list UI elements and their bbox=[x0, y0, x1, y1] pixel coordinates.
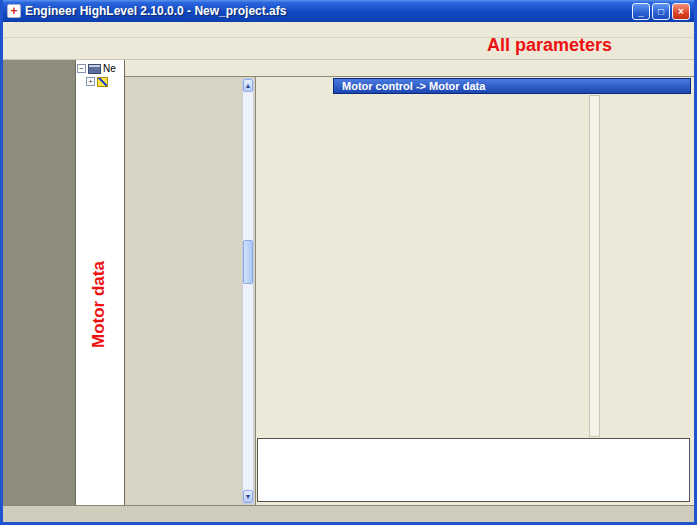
table-scrollbar[interactable] bbox=[589, 95, 600, 437]
right-pane: ▲ ▼ Motor control -> Motor data bbox=[125, 60, 694, 505]
scroll-down-icon[interactable]: ▼ bbox=[243, 490, 253, 503]
collapse-icon[interactable]: − bbox=[77, 64, 86, 73]
tree-root-row[interactable]: − Ne bbox=[77, 62, 123, 75]
scroll-up-icon[interactable]: ▲ bbox=[243, 79, 253, 92]
nav-scrollbar[interactable]: ▲ ▼ bbox=[242, 78, 254, 504]
annotation-all-parameters: All parameters bbox=[487, 35, 612, 56]
app-icon: + bbox=[7, 4, 21, 18]
annotation-motor-data: Motor data bbox=[89, 228, 111, 348]
maximize-button[interactable]: □ bbox=[652, 3, 670, 20]
parameter-area: Motor control -> Motor data bbox=[255, 77, 694, 505]
project-node-icon bbox=[88, 64, 101, 74]
window-title: Engineer HighLevel 2.10.0.0 - New_projec… bbox=[25, 4, 630, 18]
tree-child-row[interactable]: + bbox=[77, 75, 123, 88]
minimize-button[interactable]: _ bbox=[632, 3, 650, 20]
expand-icon[interactable]: + bbox=[86, 77, 95, 86]
parameter-table-wrap bbox=[256, 94, 694, 436]
title-bar[interactable]: + Engineer HighLevel 2.10.0.0 - New_proj… bbox=[3, 0, 694, 22]
device-node-icon bbox=[97, 77, 108, 87]
tree-root-label: Ne bbox=[103, 63, 116, 74]
navigation-panel: ▲ ▼ bbox=[125, 77, 255, 505]
content-row: ▲ ▼ Motor control -> Motor data bbox=[125, 76, 694, 505]
parameter-group-header: Motor control -> Motor data bbox=[333, 78, 691, 94]
status-bar bbox=[3, 505, 694, 522]
tab-strip bbox=[125, 60, 694, 76]
scroll-thumb[interactable] bbox=[243, 240, 253, 284]
parameter-details-panel bbox=[257, 438, 690, 502]
workspace-sidebar bbox=[3, 60, 75, 505]
close-button[interactable]: × bbox=[672, 3, 690, 20]
application-window: + Engineer HighLevel 2.10.0.0 - New_proj… bbox=[0, 0, 697, 525]
parameter-toolbar: Motor control -> Motor data bbox=[256, 77, 694, 94]
